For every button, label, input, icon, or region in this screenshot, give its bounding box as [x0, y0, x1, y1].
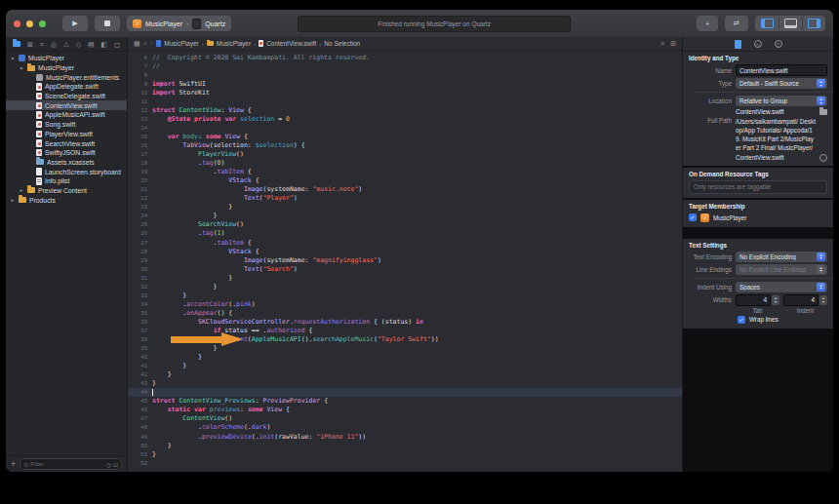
reveal-arrow-icon[interactable]: → — [819, 154, 827, 162]
code-line[interactable]: 25 SearchView() — [128, 220, 682, 229]
debug-navigator-icon[interactable]: ▤ — [88, 41, 95, 48]
breadcrumb-item[interactable]: ContentView.swift — [266, 40, 316, 47]
code-line[interactable]: 11 — [128, 97, 682, 105]
code-line[interactable]: 46 static var previews: some View { — [128, 406, 682, 414]
code-line[interactable]: 36 SKCloudServiceController.requestAutho… — [128, 317, 682, 326]
stepper-arrows-icon[interactable]: ▴▾ — [819, 295, 827, 305]
code-line[interactable]: 52 — [128, 458, 682, 467]
name-field[interactable]: ContentView.swift — [736, 64, 827, 76]
file-row[interactable]: AppDelegate.swift — [6, 82, 127, 92]
folder-icon[interactable] — [819, 109, 827, 115]
zoom-window-button[interactable] — [39, 20, 46, 27]
breadcrumb-item[interactable]: MusicPlayer — [164, 40, 198, 47]
source-control-navigator-icon[interactable]: ⊠ — [27, 41, 33, 48]
code-line[interactable]: 29 Image(systemName: "magnifyingglass") — [128, 255, 682, 264]
code-line[interactable]: 17 PlayerView() — [128, 150, 682, 159]
code-line[interactable]: 43} — [128, 379, 682, 388]
test-navigator-icon[interactable]: ◇ — [76, 41, 81, 48]
stepper-arrows-icon[interactable]: ▴▾ — [772, 295, 779, 305]
code-line[interactable]: 44 — [128, 388, 682, 397]
code-review-button[interactable]: ⇄ — [725, 16, 748, 31]
toggle-debug-area-button[interactable] — [779, 16, 802, 31]
related-items-icon[interactable]: ▦ — [134, 40, 140, 47]
minimize-window-button[interactable] — [26, 20, 33, 27]
code-line[interactable]: 23 } — [128, 203, 682, 212]
code-line[interactable]: 8 — [128, 70, 682, 79]
quick-help-inspector-icon[interactable]: ? — [775, 40, 782, 48]
code-line[interactable]: 33 } — [128, 291, 682, 299]
code-line[interactable]: 32 } — [128, 282, 682, 291]
forward-icon[interactable]: › — [150, 40, 152, 47]
file-row[interactable]: ▸Preview Content — [6, 186, 127, 196]
indent-width-stepper[interactable]: 4 ▴▾ — [783, 294, 827, 306]
file-row[interactable]: SceneDelegate.swift — [6, 92, 127, 101]
history-inspector-icon[interactable]: ◷ — [754, 40, 762, 48]
file-row[interactable]: Info.plist — [6, 176, 127, 186]
code-line[interactable]: 19 .tabItem { — [128, 168, 682, 176]
back-icon[interactable]: ‹ — [144, 40, 146, 47]
file-row[interactable]: ▸Products — [6, 195, 127, 205]
toggle-navigator-button[interactable] — [755, 16, 779, 31]
file-row[interactable]: SwiftyJSON.swift — [6, 148, 127, 158]
type-dropdown[interactable]: Default - Swift Source ▴▾ — [736, 78, 827, 89]
report-navigator-icon[interactable]: ◻ — [114, 41, 120, 48]
code-line[interactable]: 38 print(AppleMusicAPI().searchAppleMusi… — [128, 335, 682, 344]
code-line[interactable]: 45struct ContentView_Previews: PreviewPr… — [128, 397, 682, 406]
code-line[interactable]: 9import SwiftUI — [128, 79, 682, 88]
code-line[interactable]: 18 .tag(0) — [128, 159, 682, 168]
code-line[interactable]: 41 } — [128, 362, 682, 370]
stop-button[interactable] — [95, 16, 120, 31]
code-line[interactable]: 7// — [128, 61, 682, 70]
code-line[interactable]: 40 } — [128, 353, 682, 362]
scheme-selector[interactable]: ♪ MusicPlayer › Quartz — [127, 16, 231, 31]
code-line[interactable]: 51} — [128, 449, 682, 458]
code-line[interactable]: 47 ContentView() — [128, 414, 682, 423]
breakpoint-navigator-icon[interactable]: ◧ — [101, 41, 108, 48]
wrap-lines-checkbox[interactable]: ✓ — [738, 316, 745, 324]
code-line[interactable]: 16 TabView(selection: $selection) { — [128, 140, 682, 149]
file-row[interactable]: LaunchScreen.storyboard — [6, 167, 127, 176]
code-line[interactable]: 31 } — [128, 273, 682, 282]
source-control-status-icon[interactable]: ⊡ — [113, 461, 118, 468]
file-row[interactable]: ▾MusicPlayer — [6, 63, 127, 73]
code-line[interactable]: 20 VStack { — [128, 176, 682, 185]
code-line[interactable]: 12struct ContentView: View { — [128, 105, 682, 114]
toggle-inspector-button[interactable] — [802, 16, 825, 31]
file-row[interactable]: ▾MusicPlayer — [6, 54, 127, 63]
disclosure-icon[interactable]: ▸ — [10, 197, 16, 203]
add-editor-icon[interactable]: ⊞ — [670, 40, 676, 48]
file-row[interactable]: SearchView.swift — [6, 138, 127, 148]
code-line[interactable]: 34 .accentColor(.pink) — [128, 299, 682, 308]
code-line[interactable]: 50 } — [128, 441, 682, 449]
file-row[interactable]: ContentView.swift — [6, 100, 127, 110]
tab-width-stepper[interactable]: 4 ▴▾ — [736, 294, 779, 306]
code-line[interactable]: 48 .colorScheme(.dark) — [128, 423, 682, 432]
code-line[interactable]: 37 if status == .authorized { — [128, 326, 682, 334]
location-dropdown[interactable]: Relative to Group ▴▾ — [736, 96, 827, 106]
code-line[interactable]: 13 @State private var selection = 0 — [128, 114, 682, 123]
file-inspector-icon[interactable] — [735, 40, 741, 49]
file-row[interactable]: PlayerView.swift — [6, 130, 127, 139]
code-line[interactable]: 30 Text("Search") — [128, 264, 682, 273]
project-navigator-icon[interactable] — [13, 41, 20, 47]
odr-tags-input[interactable]: Only resources are taggable — [689, 180, 827, 194]
file-row[interactable]: MusicPlayer.entitlements — [6, 72, 127, 82]
code-line[interactable]: 21 Image(systemName: "music.note") — [128, 185, 682, 194]
disclosure-icon[interactable]: ▸ — [19, 187, 24, 193]
code-line[interactable]: 49 .previewDevice(.init(rawValue: "iPhon… — [128, 432, 682, 441]
code-line[interactable]: 22 Text("Player") — [128, 194, 682, 203]
target-checkbox[interactable]: ✓ — [689, 213, 697, 221]
close-window-button[interactable] — [14, 20, 20, 27]
add-file-icon[interactable]: + — [11, 460, 16, 469]
source-code[interactable]: 6// Copyright © 2020 Sai Kambampati. All… — [128, 51, 682, 472]
disclosure-icon[interactable]: ▾ — [19, 65, 24, 71]
line-endings-dropdown[interactable]: No Explicit Line Endings ▴▾ — [736, 264, 827, 275]
issue-navigator-icon[interactable]: ⚠ — [63, 41, 69, 48]
library-add-button[interactable]: + — [697, 16, 718, 31]
code-line[interactable]: 35 .onAppear() { — [128, 308, 682, 317]
code-line[interactable]: 42 } — [128, 370, 682, 379]
filter-input[interactable]: ⊙ Filter ◷ ⊡ — [20, 458, 122, 470]
symbol-navigator-icon[interactable]: ≡ — [40, 41, 44, 48]
code-line[interactable]: 6// Copyright © 2020 Sai Kambampati. All… — [128, 53, 682, 61]
file-row[interactable]: AppleMusicAPI.swift — [6, 110, 127, 120]
